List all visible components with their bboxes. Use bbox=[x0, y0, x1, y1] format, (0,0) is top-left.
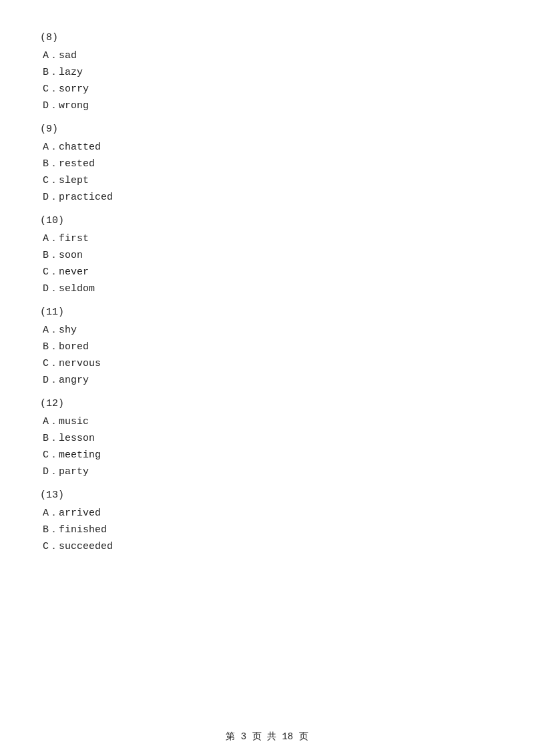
question-3-option-3[interactable]: D．angry bbox=[40, 373, 494, 386]
main-content: (8)A．sadB．lazyC．sorryD．wrong(9)A．chatted… bbox=[0, 0, 534, 596]
question-0-option-3[interactable]: D．wrong bbox=[40, 99, 494, 112]
question-4-option-2[interactable]: C．meeting bbox=[40, 448, 494, 461]
question-2-option-0[interactable]: A．first bbox=[40, 232, 494, 244]
question-number-4: (12) bbox=[40, 398, 494, 409]
question-3-option-1[interactable]: B．bored bbox=[40, 340, 494, 353]
question-number-2: (10) bbox=[40, 215, 494, 226]
question-3-option-0[interactable]: A．shy bbox=[40, 323, 494, 336]
question-2-option-1[interactable]: B．soon bbox=[40, 248, 494, 261]
page-footer: 第 3 页 共 18 页 bbox=[0, 731, 534, 743]
question-5-option-0[interactable]: A．arrived bbox=[40, 506, 494, 519]
question-4-option-3[interactable]: D．party bbox=[40, 465, 494, 478]
question-number-0: (8) bbox=[40, 32, 494, 43]
question-1-option-1[interactable]: B．rested bbox=[40, 157, 494, 170]
question-0-option-2[interactable]: C．sorry bbox=[40, 82, 494, 95]
question-1-option-0[interactable]: A．chatted bbox=[40, 140, 494, 153]
question-1-option-3[interactable]: D．practiced bbox=[40, 190, 494, 203]
footer-text: 第 3 页 共 18 页 bbox=[226, 731, 308, 742]
question-3-option-2[interactable]: C．nervous bbox=[40, 357, 494, 369]
question-2-option-3[interactable]: D．seldom bbox=[40, 282, 494, 295]
question-5-option-1[interactable]: B．finished bbox=[40, 523, 494, 536]
question-2-option-2[interactable]: C．never bbox=[40, 265, 494, 278]
question-number-3: (11) bbox=[40, 307, 494, 318]
question-number-5: (13) bbox=[40, 490, 494, 501]
question-number-1: (9) bbox=[40, 124, 494, 135]
question-5-option-2[interactable]: C．succeeded bbox=[40, 540, 494, 552]
question-4-option-0[interactable]: A．music bbox=[40, 415, 494, 427]
question-0-option-1[interactable]: B．lazy bbox=[40, 65, 494, 78]
question-0-option-0[interactable]: A．sad bbox=[40, 49, 494, 61]
question-4-option-1[interactable]: B．lesson bbox=[40, 431, 494, 444]
question-1-option-2[interactable]: C．slept bbox=[40, 174, 494, 186]
